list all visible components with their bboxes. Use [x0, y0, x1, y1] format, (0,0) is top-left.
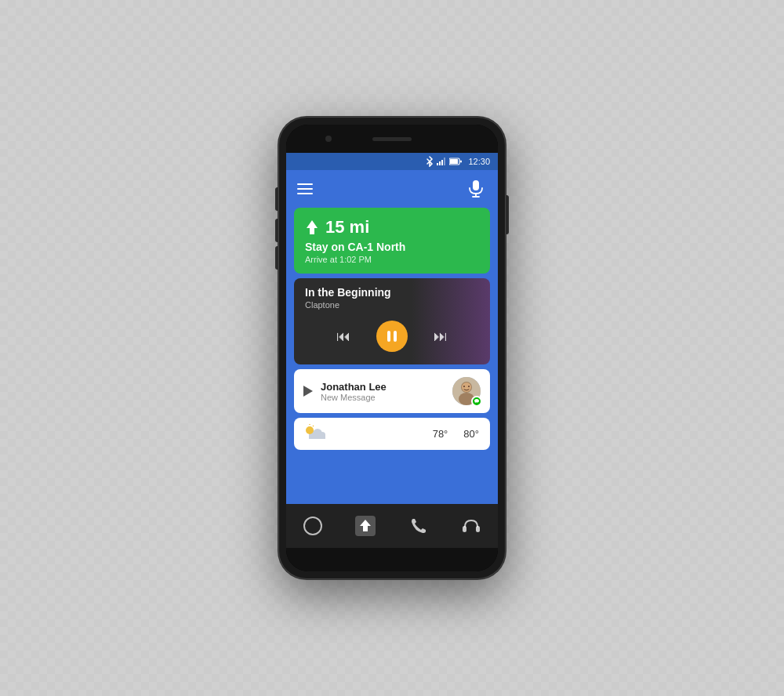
bottom-nav: [286, 504, 498, 548]
svg-rect-0: [437, 163, 438, 165]
phone-icon: [410, 517, 427, 535]
camera: [325, 136, 332, 142]
cards-container: 15 mi Stay on CA-1 North Arrive at 1:02 …: [286, 208, 498, 504]
weather-card[interactable]: 78° 80°: [294, 418, 490, 450]
skip-next-button[interactable]: [429, 324, 452, 348]
navigation-button[interactable]: [351, 512, 379, 540]
menu-line-1: [297, 183, 313, 185]
svg-rect-3: [444, 158, 445, 165]
phone-screen: 12:30: [286, 153, 498, 548]
speaker: [372, 137, 412, 141]
menu-line-3: [297, 193, 313, 194]
status-bar: 12:30: [286, 153, 498, 170]
nav-arrive: Arrive at 1:02 PM: [305, 255, 479, 264]
top-bezel: [286, 125, 498, 153]
microphone-button[interactable]: [465, 178, 487, 200]
app-header: [286, 170, 498, 208]
nav-distance-value: 15 mi: [325, 217, 369, 237]
status-time: 12:30: [468, 157, 490, 166]
navigation-card[interactable]: 15 mi Stay on CA-1 North Arrive at 1:02 …: [294, 208, 490, 274]
nav-distance-row: 15 mi: [305, 217, 479, 237]
svg-rect-2: [441, 160, 443, 165]
pause-bar-2: [394, 331, 397, 342]
message-info: Jonathan Lee New Message: [321, 381, 445, 402]
avatar-container: [452, 377, 481, 405]
message-play-icon: [303, 386, 313, 397]
message-label: New Message: [321, 393, 445, 402]
music-card[interactable]: In the Beginning Claptone: [294, 278, 490, 364]
line-badge: [471, 396, 482, 407]
bluetooth-icon: [426, 156, 434, 167]
svg-point-15: [463, 386, 465, 387]
svg-point-16: [468, 386, 470, 387]
music-title: In the Beginning: [305, 286, 479, 299]
svg-rect-6: [460, 161, 462, 163]
menu-button[interactable]: [297, 183, 313, 194]
svg-rect-20: [309, 435, 325, 439]
weather-temps: 78° 80°: [333, 428, 479, 440]
menu-line-2: [297, 188, 313, 190]
pause-icon: [387, 331, 397, 342]
home-circle-icon: [303, 517, 322, 535]
music-headphones-button[interactable]: [457, 512, 485, 540]
app-area: 15 mi Stay on CA-1 North Arrive at 1:02 …: [286, 170, 498, 548]
pause-button[interactable]: [376, 321, 408, 352]
music-controls: [305, 317, 479, 358]
svg-rect-1: [439, 161, 441, 165]
music-artist: Claptone: [305, 300, 479, 310]
microphone-icon: [468, 179, 484, 198]
status-icons: 12:30: [426, 156, 490, 167]
bottom-bezel: [286, 548, 498, 571]
phone-device: 12:30: [278, 117, 506, 579]
svg-rect-5: [450, 159, 458, 164]
svg-rect-26: [463, 526, 466, 532]
line-app-icon: [474, 398, 480, 404]
weather-icon: [305, 424, 327, 444]
signal-icon: [437, 158, 446, 165]
nav-street: Stay on CA-1 North: [305, 241, 479, 253]
home-button[interactable]: [299, 512, 327, 540]
phone-button[interactable]: [405, 512, 433, 540]
map-nav-icon: [355, 516, 376, 536]
svg-rect-27: [476, 526, 480, 532]
weather-current-temp: 78°: [433, 428, 448, 440]
battery-icon: [449, 158, 462, 165]
music-card-bg: In the Beginning Claptone: [294, 278, 490, 364]
svg-marker-10: [307, 220, 318, 234]
skip-prev-button[interactable]: [332, 324, 355, 348]
nav-arrow-icon: [305, 219, 319, 236]
cloud-icon: [305, 424, 327, 440]
svg-rect-7: [473, 180, 479, 190]
message-sender: Jonathan Lee: [321, 381, 445, 393]
weather-high-temp: 80°: [463, 428, 479, 440]
svg-line-23: [313, 426, 314, 426]
headphones-icon: [462, 517, 481, 535]
pause-bar-1: [387, 331, 390, 342]
svg-point-21: [306, 426, 314, 434]
message-card[interactable]: Jonathan Lee New Message: [294, 369, 490, 413]
